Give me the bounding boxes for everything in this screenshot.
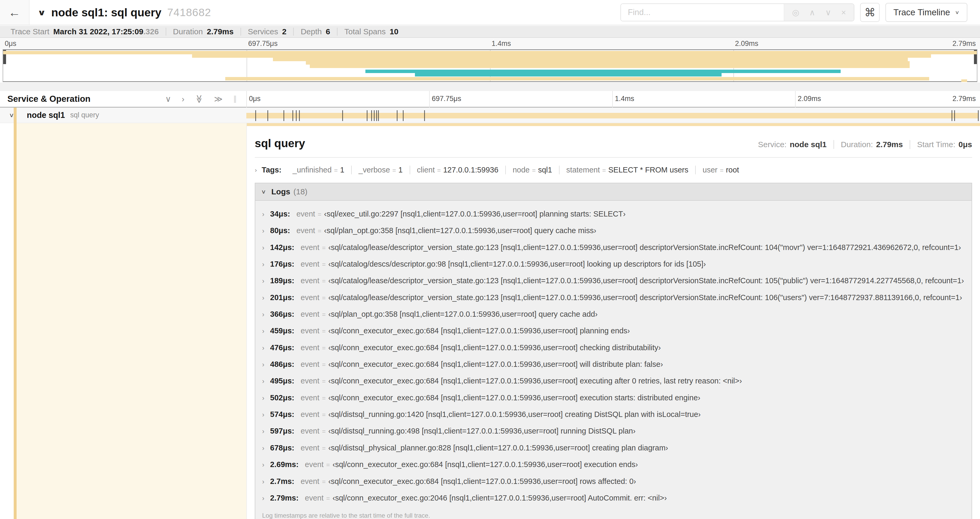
log-marker-tick[interactable] bbox=[424, 110, 425, 121]
log-timestamp: 201μs: bbox=[270, 293, 294, 302]
view-selector-button[interactable]: Trace Timeline ∨ bbox=[885, 3, 967, 22]
log-field-name: event bbox=[301, 260, 319, 268]
log-timestamp: 176μs: bbox=[270, 260, 294, 268]
log-field-name: event bbox=[305, 460, 323, 469]
log-marker-tick[interactable] bbox=[296, 110, 297, 121]
service-operation-title: Service & Operation bbox=[7, 94, 91, 104]
keyboard-shortcuts-button[interactable]: ⌘ bbox=[860, 3, 880, 22]
next-result-icon[interactable]: ∨ bbox=[825, 8, 831, 17]
log-entry-row[interactable]: ›597μs:event=‹sql/distsql_running.go:498… bbox=[255, 427, 972, 435]
back-button[interactable]: ← bbox=[0, 0, 30, 25]
tags-accordion[interactable]: › Tags: _unfinished=1_verbose=1client=12… bbox=[247, 158, 980, 174]
log-marker-tick[interactable] bbox=[374, 110, 375, 121]
log-marker-tick[interactable] bbox=[255, 110, 256, 121]
span-duration-bar[interactable] bbox=[246, 113, 978, 118]
span-row[interactable]: ∨ node sql1 sql query bbox=[0, 108, 980, 123]
span-collapse-icon[interactable]: ∨ bbox=[9, 112, 14, 119]
span-row-name-cell[interactable]: ∨ node sql1 sql query bbox=[0, 108, 246, 123]
log-field-value: ‹sql/conn_executor_exec.go:684 [nsql1,cl… bbox=[328, 377, 742, 385]
minimap-canvas[interactable] bbox=[3, 50, 977, 82]
log-entry-row[interactable]: ›2.79ms:event=‹sql/conn_executor_exec.go… bbox=[255, 494, 972, 502]
log-marker-tick[interactable] bbox=[397, 110, 398, 121]
log-field-value: ‹sql/plan_opt.go:358 [nsql1,client=127.0… bbox=[324, 226, 596, 235]
log-field-value: ‹sql/conn_executor_exec.go:684 [nsql1,cl… bbox=[328, 393, 700, 402]
log-entry-row[interactable]: ›2.7ms:event=‹sql/conn_executor_exec.go:… bbox=[255, 477, 972, 486]
log-entry-row[interactable]: ›495μs:event=‹sql/conn_executor_exec.go:… bbox=[255, 377, 972, 385]
log-entry-row[interactable]: ›459μs:event=‹sql/conn_executor_exec.go:… bbox=[255, 326, 972, 335]
find-icon-strip: ◎ ∧ ∨ × bbox=[784, 4, 854, 21]
tag-item: node=sql1 bbox=[505, 166, 559, 174]
log-entry-row[interactable]: ›476μs:event=‹sql/conn_executor_exec.go:… bbox=[255, 343, 972, 352]
log-field-name: event bbox=[301, 444, 319, 452]
log-chevron-icon: › bbox=[262, 361, 264, 369]
log-entry-row[interactable]: ›678μs:event=‹sql/distsql_physical_plann… bbox=[255, 444, 972, 452]
equals-sign: = bbox=[334, 167, 338, 174]
log-chevron-icon: › bbox=[262, 444, 264, 452]
log-marker-tick[interactable] bbox=[367, 110, 368, 121]
minimap-tick-label: 2.79ms bbox=[952, 40, 977, 48]
log-marker-tick[interactable] bbox=[403, 110, 404, 121]
log-marker-tick[interactable] bbox=[267, 110, 268, 121]
log-entry-row[interactable]: ›176μs:event=‹sql/catalog/descs/descript… bbox=[255, 260, 972, 268]
log-marker-tick[interactable] bbox=[978, 110, 979, 121]
log-marker-tick[interactable] bbox=[342, 110, 343, 121]
minimap-span-bar bbox=[225, 77, 929, 80]
log-entry-row[interactable]: ›366μs:event=‹sql/plan_opt.go:358 [nsql1… bbox=[255, 310, 972, 319]
log-field-value: ‹sql/conn_executor_exec.go:684 [nsql1,cl… bbox=[332, 460, 638, 469]
summary-item: Depth6 bbox=[293, 28, 337, 35]
summary-item-label: Trace Start bbox=[11, 28, 49, 35]
log-timestamp: 2.79ms: bbox=[270, 494, 299, 502]
log-entry-row[interactable]: ›142μs:event=‹sql/catalog/lease/descript… bbox=[255, 243, 972, 252]
find-group: ◎ ∧ ∨ × bbox=[620, 3, 854, 21]
collapse-all-icon[interactable]: ≫ bbox=[195, 95, 204, 103]
log-entry-row[interactable]: ›189μs:event=‹sql/catalog/lease/descript… bbox=[255, 276, 972, 285]
log-chevron-icon: › bbox=[262, 461, 264, 469]
log-marker-tick[interactable] bbox=[954, 110, 955, 121]
log-marker-tick[interactable] bbox=[376, 110, 377, 121]
minimap-span-bar bbox=[310, 65, 910, 68]
log-entry-row[interactable]: ›486μs:event=‹sql/conn_executor_exec.go:… bbox=[255, 360, 972, 369]
expand-all-icon[interactable]: ≫ bbox=[214, 95, 223, 103]
minimap-gap bbox=[0, 83, 980, 91]
summary-item-label: Total Spans bbox=[344, 28, 386, 35]
span-bar-cell[interactable] bbox=[246, 108, 978, 123]
log-timestamp: 495μs: bbox=[270, 377, 294, 385]
collapse-one-icon[interactable]: ∨ bbox=[165, 95, 171, 103]
log-marker-tick[interactable] bbox=[299, 110, 300, 121]
log-chevron-icon: › bbox=[262, 428, 264, 435]
log-marker-tick[interactable] bbox=[293, 110, 293, 121]
view-selector-label: Trace Timeline bbox=[893, 7, 950, 18]
find-input[interactable] bbox=[621, 4, 783, 21]
log-entry-row[interactable]: ›502μs:event=‹sql/conn_executor_exec.go:… bbox=[255, 393, 972, 402]
span-operation-name: sql query bbox=[70, 111, 99, 119]
equals-sign: = bbox=[322, 478, 326, 485]
tags-chevron-icon: › bbox=[255, 167, 257, 174]
log-marker-tick[interactable] bbox=[378, 110, 379, 121]
prev-result-icon[interactable]: ∧ bbox=[809, 8, 815, 17]
log-chevron-icon: › bbox=[262, 311, 264, 318]
log-field-name: event bbox=[301, 360, 319, 369]
locate-icon[interactable]: ◎ bbox=[792, 8, 799, 17]
log-field-name: event bbox=[305, 494, 323, 502]
equals-sign: = bbox=[326, 495, 330, 502]
log-field-value: ‹sql/distsql_running.go:1420 [nsql1,clie… bbox=[328, 410, 701, 419]
log-entry-row[interactable]: ›2.69ms:event=‹sql/conn_executor_exec.go… bbox=[255, 460, 972, 469]
log-entry-row[interactable]: ›201μs:event=‹sql/catalog/lease/descript… bbox=[255, 293, 972, 302]
log-marker-tick[interactable] bbox=[283, 110, 284, 121]
log-marker-tick[interactable] bbox=[371, 110, 372, 121]
clear-search-icon[interactable]: × bbox=[841, 8, 846, 17]
log-entry-row[interactable]: ›80μs:event=‹sql/plan_opt.go:358 [nsql1,… bbox=[255, 226, 972, 235]
log-entry-row[interactable]: ›34μs:event=‹sql/exec_util.go:2297 [nsql… bbox=[255, 210, 972, 218]
log-chevron-icon: › bbox=[262, 294, 264, 302]
logs-header[interactable]: ∨ Logs (18) bbox=[255, 183, 972, 201]
trace-title: node sql1: sql query bbox=[51, 6, 161, 19]
equals-sign: = bbox=[322, 294, 326, 302]
log-marker-tick[interactable] bbox=[951, 110, 952, 121]
expand-one-icon[interactable]: › bbox=[182, 95, 185, 103]
minimap-span-bar bbox=[306, 61, 910, 65]
tag-key: client bbox=[417, 166, 435, 174]
trace-collapse-icon[interactable]: ∨ bbox=[37, 8, 46, 17]
log-entry-row[interactable]: ›574μs:event=‹sql/distsql_running.go:142… bbox=[255, 410, 972, 419]
summary-item-value: 2.79ms bbox=[207, 28, 234, 35]
column-resizer-grip[interactable]: ∥ bbox=[233, 95, 237, 102]
